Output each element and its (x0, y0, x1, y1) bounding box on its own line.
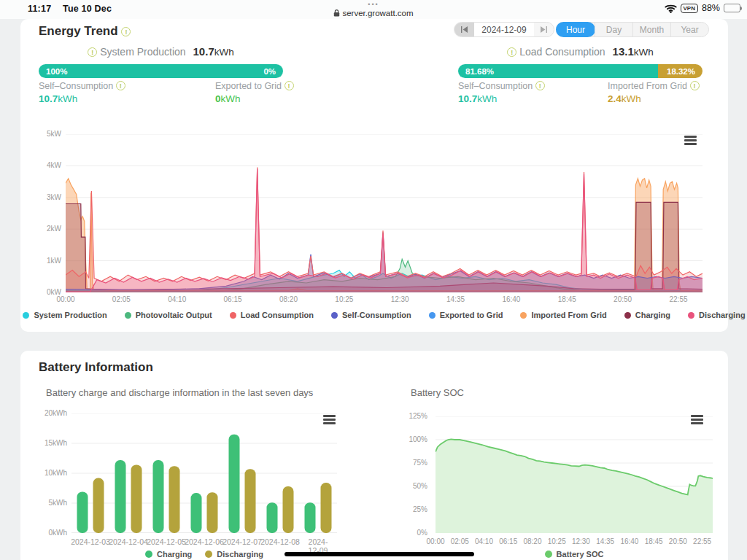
legend-item[interactable]: System Production (23, 311, 107, 319)
axis-tick-label: 20:50 (669, 537, 687, 545)
tab-hour[interactable]: Hour (556, 22, 595, 37)
time-range-tabs: Hour Day Month Year (556, 22, 709, 37)
vpn-badge: VPN (681, 4, 698, 13)
battery-soc-chart[interactable] (436, 416, 713, 533)
battery-information-title: Battery Information (39, 360, 153, 375)
axis-tick-label: 02:05 (112, 295, 131, 303)
axis-tick-label: 2kW (20, 225, 61, 233)
bar-discharging[interactable] (131, 465, 142, 534)
system-production-info-icon[interactable]: ! (88, 47, 97, 57)
self-consumption-segment: 81.68% (458, 64, 658, 78)
exported-info-icon[interactable]: ! (285, 81, 294, 90)
legend-item[interactable]: Imported From Grid (520, 311, 606, 319)
axis-tick-label: 10kWh (20, 469, 67, 477)
energy-chart-legend: System ProductionPhotovoltaic OutputLoad… (50, 311, 719, 319)
lock-icon (333, 9, 340, 17)
axis-tick-label: 14:35 (596, 537, 614, 545)
self-consumption-block-2: Self–Consumption ! 10.7kWh (458, 81, 545, 104)
self-consumption-unit: kWh (477, 93, 497, 104)
next-day-icon (540, 26, 548, 33)
axis-tick-label: 5kW (20, 130, 61, 138)
axis-tick-label: 2024-12-03 (71, 537, 110, 546)
load-consumption-unit: kWh (634, 47, 654, 58)
axis-tick-label: 22:55 (669, 295, 687, 303)
bar-discharging[interactable] (169, 466, 180, 533)
home-indicator[interactable] (285, 552, 474, 556)
bar-charging[interactable] (115, 460, 126, 533)
legend-dot (688, 312, 694, 319)
legend-dot (520, 312, 527, 319)
axis-tick-label: 00:00 (426, 537, 444, 545)
exported-block: Exported to Grid ! 0kWh (215, 81, 294, 104)
prev-day-icon (460, 26, 468, 33)
energy-trend-title: Energy Trend ! (39, 24, 131, 39)
status-indicators: VPN 88% (665, 3, 740, 13)
url-bar[interactable]: server.growatt.com (0, 9, 747, 18)
date-value[interactable]: 2024-12-09 (474, 23, 534, 36)
exported-unit: kWh (221, 93, 241, 104)
tab-day[interactable]: Day (595, 23, 632, 36)
axis-tick-label: 18:45 (558, 295, 576, 303)
self-consumption-info-icon[interactable]: ! (535, 81, 545, 90)
legend-item[interactable]: Exported to Grid (429, 311, 503, 319)
battery-bar-chart[interactable] (71, 413, 337, 533)
consumption-split-bar: 81.68% 18.32% (458, 64, 703, 78)
imported-label: Imported From Grid (608, 81, 687, 91)
energy-trend-chart[interactable] (66, 134, 703, 292)
energy-chart-x-axis: 00:0002:0504:1006:1508:2010:2512:3014:35… (66, 295, 703, 304)
legend-label: Battery SOC (557, 550, 604, 559)
imported-pct: 18.32% (667, 67, 695, 76)
load-consumption-info-icon[interactable]: ! (507, 47, 516, 57)
url-text: server.growatt.com (342, 9, 413, 18)
self-consumption-info-icon[interactable]: ! (116, 81, 125, 90)
self-consumption-block: Self–Consumption ! 10.7kWh (39, 81, 125, 104)
legend-label: Discharging (217, 550, 263, 559)
axis-tick-label: 2024-12-08 (260, 537, 300, 546)
load-consumption-label: Load Consumption (519, 46, 605, 58)
legend-item[interactable]: Photovoltaic Output (125, 311, 212, 319)
axis-tick-label: 22:55 (693, 537, 711, 545)
axis-tick-label: 2024-12-07 (222, 537, 262, 546)
axis-tick-label: 1kW (20, 257, 61, 265)
axis-tick-label: 2024-12-04 (109, 537, 148, 546)
axis-tick-label: 18:45 (645, 537, 663, 545)
energy-trend-info-icon[interactable]: ! (121, 27, 131, 36)
legend-item[interactable]: Self-Consumption (331, 311, 411, 319)
self-consumption-segment: 100% 0% (39, 64, 283, 78)
legend-label: Charging (635, 311, 670, 319)
legend-label: Load Consumption (241, 311, 314, 319)
date-next-button[interactable] (534, 23, 554, 36)
legend-item[interactable]: Charging (145, 550, 192, 559)
wifi-icon (665, 4, 677, 13)
self-consumption-label: Self–Consumption (458, 81, 533, 91)
tab-year[interactable]: Year (670, 23, 708, 36)
axis-tick-label: 12:30 (391, 295, 409, 303)
legend-item[interactable]: Load Consumption (230, 311, 314, 319)
axis-tick-label: 12:30 (572, 537, 590, 545)
bar-discharging[interactable] (245, 469, 256, 533)
legend-item[interactable]: Charging (624, 311, 670, 319)
battery-percentage: 88% (702, 3, 720, 13)
system-production-value: 10.7 (193, 45, 214, 58)
self-consumption-value: 10.7 (39, 93, 58, 104)
axis-tick-label: 00:00 (56, 295, 74, 303)
legend-item[interactable]: Battery SOC (545, 550, 604, 559)
exported-label: Exported to Grid (215, 81, 282, 91)
legend-item[interactable]: Discharging (688, 311, 746, 319)
safari-tab-dots[interactable]: ••• (0, 1, 747, 8)
tab-month[interactable]: Month (632, 23, 670, 36)
date-prev-button[interactable] (454, 23, 474, 36)
energy-chart-menu-icon[interactable] (684, 136, 697, 145)
bar-charging[interactable] (153, 460, 164, 533)
battery-soc-legend: Battery SOC (436, 550, 713, 559)
legend-label: Self-Consumption (342, 311, 411, 319)
axis-tick-label: 50% (20, 482, 427, 490)
axis-tick-label: 16:40 (620, 537, 638, 545)
axis-tick-label: 3kW (20, 193, 61, 201)
axis-tick-label: 2024-12-05 (147, 537, 186, 546)
battery-soc-menu-icon[interactable] (691, 415, 703, 424)
imported-info-icon[interactable]: ! (690, 81, 700, 90)
axis-tick-label: 06:15 (499, 537, 517, 545)
axis-tick-label: 75% (20, 459, 427, 467)
legend-item[interactable]: Discharging (205, 550, 263, 559)
